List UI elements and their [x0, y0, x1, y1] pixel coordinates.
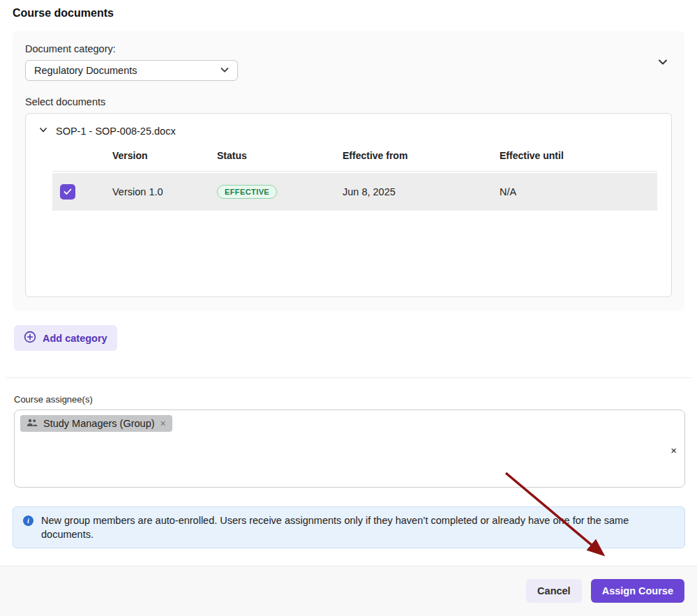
info-banner-text: New group members are auto-enrolled. Use…	[41, 513, 675, 541]
effective-until-cell: N/A	[500, 186, 657, 197]
chevron-down-icon[interactable]	[657, 56, 669, 71]
table-header-effective-from: Effective from	[343, 150, 500, 161]
chevron-down-icon	[219, 64, 230, 77]
add-category-button[interactable]: Add category	[14, 325, 117, 351]
users-group-icon	[27, 418, 38, 429]
assignee-tag: Study Managers (Group) ×	[20, 415, 172, 432]
version-cell: Version 1.0	[112, 186, 217, 197]
status-badge: EFFECTIVE	[217, 185, 277, 199]
dialog-footer: Cancel Assign Course	[0, 566, 697, 616]
assignee-tag-label: Study Managers (Group)	[43, 418, 155, 429]
status-cell: EFFECTIVE	[217, 185, 343, 199]
info-banner: i New group members are auto-enrolled. U…	[13, 506, 685, 548]
category-card: Document category: Regulatory Documents …	[13, 31, 684, 311]
section-divider	[6, 377, 691, 378]
info-icon: i	[23, 516, 33, 526]
add-category-label: Add category	[43, 333, 107, 344]
assign-course-button[interactable]: Assign Course	[591, 579, 684, 603]
check-icon	[63, 186, 72, 197]
document-list-panel: SOP-1 - SOP-008-25.docx Version Status E…	[25, 113, 672, 297]
table-header-version: Version	[112, 150, 217, 161]
course-assignees-input[interactable]: Study Managers (Group) × ×	[14, 410, 685, 488]
cancel-button[interactable]: Cancel	[526, 579, 582, 603]
document-versions-table: Version Status Effective from Effective …	[52, 142, 657, 211]
table-row: Version 1.0 EFFECTIVE Jun 8, 2025 N/A	[52, 173, 657, 211]
remove-tag-icon[interactable]: ×	[160, 419, 166, 428]
checkbox-cell	[52, 184, 112, 200]
page-title: Course documents	[0, 0, 697, 20]
document-group-header[interactable]: SOP-1 - SOP-008-25.docx	[26, 114, 671, 142]
table-header-row: Version Status Effective from Effective …	[52, 142, 657, 172]
course-assignees-label: Course assignee(s)	[14, 394, 697, 405]
document-category-select[interactable]: Regulatory Documents	[25, 60, 238, 81]
version-checkbox[interactable]	[60, 184, 75, 200]
effective-from-cell: Jun 8, 2025	[343, 186, 500, 197]
document-name: SOP-1 - SOP-008-25.docx	[56, 126, 176, 137]
table-header-status: Status	[217, 150, 343, 161]
document-category-label: Document category:	[25, 43, 672, 54]
plus-circle-icon	[24, 331, 36, 345]
document-category-select-value: Regulatory Documents	[34, 65, 137, 76]
chevron-down-icon	[38, 125, 48, 137]
select-documents-label: Select documents	[25, 96, 672, 107]
table-header-effective-until: Effective until	[500, 150, 657, 161]
clear-assignees-icon[interactable]: ×	[670, 445, 677, 456]
